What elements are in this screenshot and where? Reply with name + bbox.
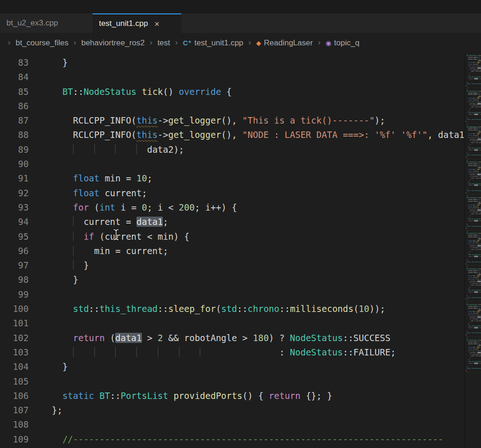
code-line[interactable]: 106 static BT::PortsList providedPorts()…	[0, 389, 481, 403]
breadcrumb-item-file[interactable]: C⁺test_unit1.cpp	[181, 38, 245, 48]
chevron-right-icon: ›	[245, 38, 254, 47]
tab-label: bt_u2_ex3.cpp	[6, 19, 58, 28]
line-number: 101	[0, 316, 29, 330]
field-icon: ◉	[326, 39, 331, 47]
line-number: 106	[0, 389, 29, 403]
code-line[interactable]: 90	[0, 157, 481, 171]
code-line[interactable]: 96 min = current;	[0, 244, 481, 258]
line-number: 85	[0, 85, 29, 99]
code-editor[interactable]: 83 }8485 BT::NodeStatus tick() override …	[0, 53, 481, 448]
code-line[interactable]: 108	[0, 417, 481, 432]
code-line[interactable]: 93 for (int i = 0; i < 200; i++) {	[0, 200, 481, 215]
line-number: 91	[0, 171, 29, 186]
code-line[interactable]: 92 float current;	[0, 186, 481, 200]
line-number: 95	[0, 230, 29, 244]
code-line[interactable]: 89 data2);	[0, 143, 481, 157]
code-line[interactable]: 100 std::this_thread::sleep_for(std::chr…	[0, 302, 481, 316]
code-line[interactable]: 107};	[0, 403, 481, 417]
code-line[interactable]: 102 return (data1 > 2 && robotAngle > 18…	[0, 331, 481, 345]
breadcrumb-item-member[interactable]: ◉topic_q	[324, 38, 361, 48]
code-line[interactable]: 83 }	[0, 56, 481, 70]
breadcrumb-item-test[interactable]: test	[155, 38, 172, 48]
line-number: 107	[0, 403, 29, 417]
code-line[interactable]: 87 RCLCPP_INFO(this->get_logger(), "This…	[0, 113, 481, 128]
breadcrumb-item-behaviortree-ros2[interactable]: behaviortree_ros2	[80, 38, 147, 48]
line-number: 99	[0, 287, 29, 302]
breadcrumb: › bt_course_files › behaviortree_ros2 › …	[0, 33, 481, 53]
code-line[interactable]: 94 current = data1;	[0, 215, 481, 229]
code-line[interactable]: 98 }	[0, 273, 481, 287]
chevron-right-icon: ›	[70, 38, 80, 47]
line-number: 109	[0, 432, 29, 447]
chevron-right-icon: ›	[314, 38, 324, 47]
code-line[interactable]: 105	[0, 374, 481, 389]
code-line[interactable]: 88 RCLCPP_INFO(this->get_logger(), "NODE…	[0, 128, 481, 142]
tab-label: test_unit1.cpp	[99, 19, 148, 28]
code-line[interactable]: 99	[0, 287, 481, 302]
breadcrumb-item-bt-course-files[interactable]: bt_course_files	[14, 38, 70, 48]
line-number: 88	[0, 128, 29, 142]
code-line[interactable]: 85 BT::NodeStatus tick() override {	[0, 85, 481, 99]
line-number: 86	[0, 99, 29, 113]
line-number: 97	[0, 258, 29, 273]
chevron-right-icon: ›	[172, 38, 181, 47]
line-number: 102	[0, 331, 29, 345]
line-number: 96	[0, 244, 29, 258]
code-lines: 83 }8485 BT::NodeStatus tick() override …	[0, 56, 481, 447]
code-line[interactable]: 109 //----------------------------------…	[0, 432, 481, 447]
code-line[interactable]: 84	[0, 70, 481, 84]
minimap[interactable]: } BT::NodeStatus tick() override { RCLCP…	[465, 53, 481, 448]
line-number: 103	[0, 345, 29, 360]
code-line[interactable]: 101	[0, 316, 481, 330]
code-line[interactable]: 103 : NodeStatus::FAILURE;	[0, 345, 481, 360]
title-bar	[0, 0, 481, 13]
code-line[interactable]: 97 }	[0, 258, 481, 273]
breadcrumb-item-class[interactable]: ◆ReadingLaser	[254, 38, 315, 48]
line-number: 93	[0, 200, 29, 215]
chevron-right-icon: ›	[147, 38, 156, 47]
chevron-right-icon: ›	[5, 38, 14, 47]
line-number: 94	[0, 215, 29, 229]
line-number: 83	[0, 56, 29, 70]
code-line[interactable]: 104 }	[0, 360, 481, 374]
line-number: 92	[0, 186, 29, 200]
cpp-file-icon: C⁺	[183, 39, 191, 47]
editor-tab-bar: bt_u2_ex3.cpp test_unit1.cpp ×	[0, 13, 481, 33]
vscode-window: { "window": { "tabs": [ { "label": "bt_u…	[0, 0, 481, 448]
line-number: 98	[0, 273, 29, 287]
code-line[interactable]: 86	[0, 99, 481, 113]
line-number: 84	[0, 70, 29, 84]
tab-bt_u2_ex3[interactable]: bt_u2_ex3.cpp	[0, 13, 92, 33]
tab-test_unit1[interactable]: test_unit1.cpp ×	[92, 13, 181, 33]
line-number: 87	[0, 113, 29, 128]
line-number: 104	[0, 360, 29, 374]
code-line[interactable]: 91 float min = 10;	[0, 171, 481, 186]
code-line[interactable]: 95 if (current < min) {	[0, 230, 481, 244]
line-number: 89	[0, 143, 29, 157]
line-number: 108	[0, 417, 29, 432]
line-number: 105	[0, 374, 29, 389]
line-number: 100	[0, 302, 29, 316]
close-icon[interactable]: ×	[154, 19, 160, 28]
class-icon: ◆	[256, 39, 261, 47]
line-number: 90	[0, 157, 29, 171]
